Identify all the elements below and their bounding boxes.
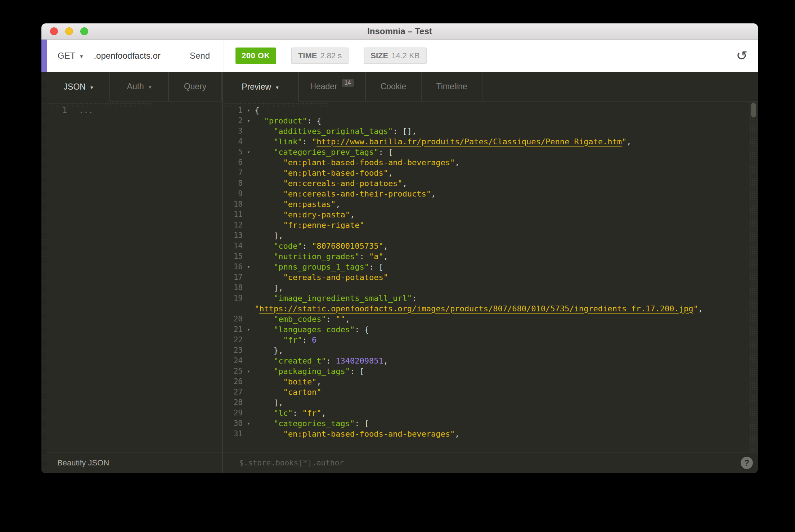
code-line: 22 "fr": 6 <box>223 335 758 345</box>
code-text: "en:cereals-and-potatoes", <box>255 178 407 189</box>
code-text: "code": "8076800105735", <box>255 241 388 251</box>
beautify-json-button[interactable]: Beautify JSON <box>57 458 109 468</box>
code-line: 20 "emb_codes": "", <box>223 314 758 324</box>
fold-spacer <box>243 272 255 283</box>
chevron-down-icon[interactable]: ▾ <box>80 53 83 60</box>
code-text: "boite", <box>255 377 321 387</box>
scrollbar-thumb[interactable] <box>751 103 756 117</box>
tab-label: Timeline <box>436 82 467 91</box>
line-number: 29 <box>223 408 243 418</box>
line-number: 9 <box>223 189 243 199</box>
code-text: "packaging_tags": [ <box>255 366 364 377</box>
line-number: 26 <box>223 377 243 387</box>
fold-spacer <box>243 157 255 168</box>
line-number: 24 <box>223 356 243 366</box>
close-button[interactable] <box>50 27 58 35</box>
fold-arrow-icon[interactable]: ▾ <box>243 262 255 272</box>
fold-spacer <box>243 345 255 356</box>
tab-timeline[interactable]: Timeline <box>422 72 482 102</box>
response-tabs: Preview▾Header14CookieTimeline <box>222 72 758 102</box>
response-filter-input[interactable] <box>238 458 490 468</box>
request-tabs: JSON▾Auth▾Query <box>47 72 222 102</box>
code-text: ], <box>255 230 283 241</box>
code-text: "en:dry-pasta", <box>255 209 355 220</box>
fold-arrow-icon[interactable]: ▾ <box>243 147 255 157</box>
fold-arrow-icon[interactable]: ▾ <box>243 418 255 429</box>
window-title: Insomnia – Test <box>367 26 432 36</box>
zoom-button[interactable] <box>80 27 88 35</box>
tab-auth[interactable]: Auth▾ <box>110 72 169 102</box>
request-body-editor[interactable]: 1 ... <box>47 102 222 452</box>
line-number: 7 <box>223 168 243 178</box>
fold-spacer <box>243 178 255 189</box>
request-bar: GET ▾ Send 200 OK TIME 2.82 s SIZE 14.2 … <box>41 40 758 72</box>
line-number: 4 <box>223 136 243 147</box>
tab-label: Query <box>184 82 207 91</box>
pane-divider[interactable] <box>222 72 223 473</box>
code-line: 24 "created_t": 1340209851, <box>223 356 758 366</box>
code-line: 10 "en:pastas", <box>223 199 758 209</box>
help-icon[interactable]: ? <box>741 457 753 469</box>
fold-arrow-icon[interactable]: ▾ <box>243 324 255 335</box>
history-icon[interactable]: ↺ <box>736 49 747 62</box>
fold-spacer <box>243 209 255 220</box>
code-text: }, <box>255 345 283 356</box>
minimize-button[interactable] <box>65 27 73 35</box>
code-line: 26 "boite", <box>223 377 758 387</box>
code-text: "link": "http://www.barilla.fr/produits/… <box>255 136 631 147</box>
chevron-down-icon: ▾ <box>90 84 93 91</box>
code-line: 29 "lc": "fr", <box>223 408 758 418</box>
tab-query[interactable]: Query <box>169 72 222 102</box>
fold-spacer <box>243 293 255 303</box>
chevron-down-icon: ▾ <box>149 84 152 90</box>
tab-preview[interactable]: Preview▾ <box>222 72 299 102</box>
send-button[interactable]: Send <box>190 51 210 61</box>
code-text: "carton" <box>255 387 321 397</box>
status-badge: 200 OK <box>235 48 276 64</box>
line-number: 28 <box>223 397 243 408</box>
code-line: 14 "code": "8076800105735", <box>223 241 758 251</box>
line-number: 27 <box>223 387 243 397</box>
environment-color-strip <box>41 40 47 72</box>
code-line: 12 "fr:penne-rigate" <box>223 220 758 230</box>
fold-spacer <box>243 230 255 241</box>
line-number: 5 <box>223 147 243 157</box>
code-text: "pnns_groups_1_tags": [ <box>255 262 383 272</box>
drag-handle-texture <box>224 102 329 107</box>
fold-arrow-icon[interactable]: ▾ <box>243 366 255 377</box>
code-text: "https://static.openfoodfacts.org/images… <box>255 303 703 314</box>
method-dropdown[interactable]: GET <box>58 51 75 61</box>
footer-bar: Beautify JSON ? <box>41 452 758 473</box>
line-number: 19 <box>223 293 243 303</box>
fold-spacer <box>243 199 255 209</box>
size-badge: SIZE 14.2 KB <box>364 48 426 64</box>
line-number <box>223 303 243 314</box>
tab-header[interactable]: Header14 <box>299 72 366 102</box>
line-number: 14 <box>223 241 243 251</box>
fold-spacer <box>243 303 255 314</box>
line-number: 13 <box>223 230 243 241</box>
line-number: 23 <box>223 345 243 356</box>
scrollbar-track[interactable] <box>749 102 758 452</box>
tab-label: Auth <box>127 82 144 91</box>
fold-spacer <box>243 377 255 387</box>
line-number: 2 <box>223 116 243 126</box>
response-link[interactable]: https://static.openfoodfacts.org/images/… <box>259 304 693 313</box>
code-line: 9 "en:cereals-and-their-products", <box>223 189 758 199</box>
time-value: 2.82 s <box>320 51 342 60</box>
tab-cookie[interactable]: Cookie <box>366 72 422 102</box>
code-line: 6 "en:plant-based-foods-and-beverages", <box>223 157 758 168</box>
fold-spacer <box>243 429 255 439</box>
fold-spacer <box>243 189 255 199</box>
url-input[interactable] <box>94 51 171 61</box>
fold-arrow-icon[interactable]: ▾ <box>243 116 255 126</box>
code-line: 25▾ "packaging_tags": [ <box>223 366 758 377</box>
fold-spacer <box>243 251 255 262</box>
response-preview-editor[interactable]: 1▾{2▾ "product": {3 "additives_original_… <box>223 102 758 452</box>
code-text: "cereals-and-potatoes" <box>255 272 388 283</box>
footer-right: ? <box>223 452 758 473</box>
footer-left: Beautify JSON <box>47 452 222 473</box>
response-link[interactable]: http://www.barilla.fr/produits/Pates/Cla… <box>316 137 622 146</box>
tab-json[interactable]: JSON▾ <box>47 72 110 102</box>
time-label: TIME <box>298 51 317 60</box>
